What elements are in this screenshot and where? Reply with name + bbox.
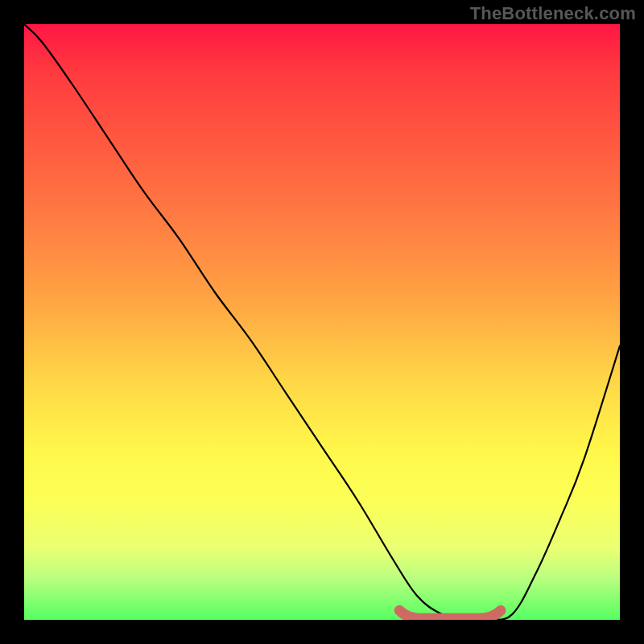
optimal-marker <box>24 24 620 620</box>
chart-container: TheBottleneck.com <box>0 0 644 644</box>
watermark-text: TheBottleneck.com <box>470 3 636 24</box>
